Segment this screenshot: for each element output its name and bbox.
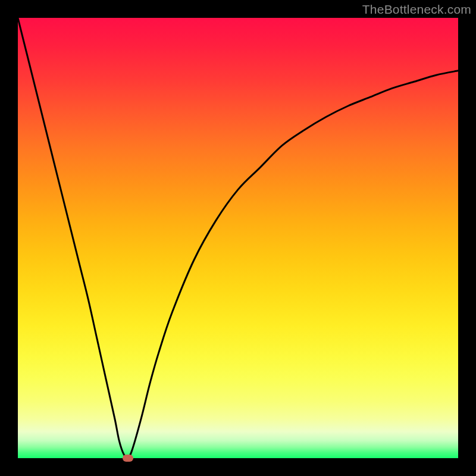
chart-frame: TheBottleneck.com xyxy=(0,0,476,476)
plot-area xyxy=(18,18,458,458)
watermark-text: TheBottleneck.com xyxy=(362,2,471,17)
bottleneck-curve xyxy=(18,18,458,458)
optimal-marker xyxy=(123,455,133,462)
